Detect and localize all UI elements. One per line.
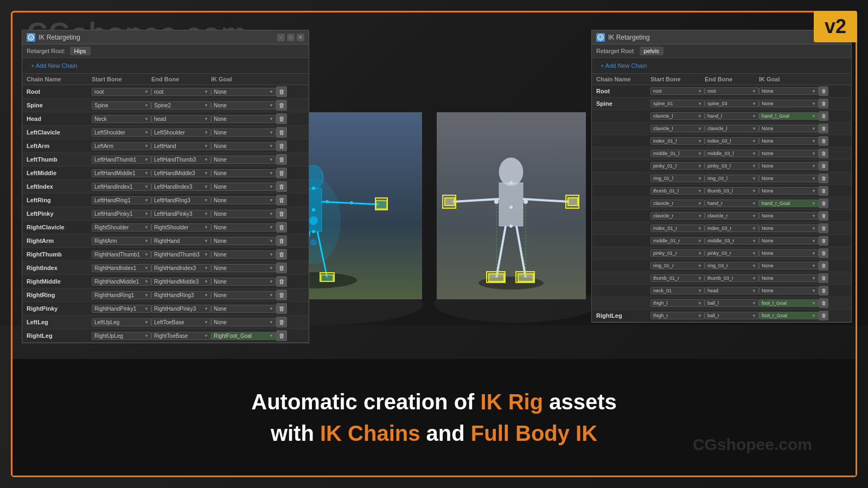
row-goal-dropdown[interactable]: None ▼ [211, 210, 276, 218]
row-delete-btn-r[interactable]: 🗑 [819, 273, 828, 283]
row-delete-btn[interactable]: 🗑 [276, 262, 287, 273]
row-delete-btn-r[interactable]: 🗑 [819, 248, 828, 258]
row-delete-btn[interactable]: 🗑 [276, 235, 287, 246]
row-start-dropdown[interactable]: Spine ▼ [92, 101, 151, 110]
row-start-dropdown[interactable]: RightHandRing1 ▼ [92, 291, 151, 299]
row-goal-dropdown[interactable]: None ▼ [211, 101, 276, 110]
row-goal-dropdown-r[interactable]: None ▼ [759, 287, 819, 294]
row-end-dropdown[interactable]: RightHandRing3 ▼ [151, 291, 211, 299]
row-delete-btn-r[interactable]: 🗑 [819, 161, 828, 171]
row-start-dropdown[interactable]: LeftShoulder ▼ [92, 129, 151, 137]
row-delete-btn-r[interactable]: 🗑 [819, 124, 828, 133]
row-goal-dropdown[interactable]: None ▼ [211, 251, 276, 259]
row-delete-btn-r[interactable]: 🗑 [819, 236, 828, 246]
row-delete-btn-r[interactable]: 🗑 [819, 186, 828, 196]
retarget-root-value-left[interactable]: Hips [70, 47, 91, 55]
row-delete-btn[interactable]: 🗑 [276, 181, 287, 192]
row-start-dropdown-r[interactable]: root ▼ [650, 87, 705, 95]
row-goal-dropdown[interactable]: None ▼ [211, 129, 276, 137]
row-goal-dropdown-r[interactable]: None ▼ [759, 162, 819, 170]
row-delete-btn[interactable]: 🗑 [276, 100, 287, 111]
row-delete-btn-r[interactable]: 🗑 [819, 311, 828, 320]
row-end-dropdown-r[interactable]: hand_l ▼ [705, 112, 759, 120]
row-start-dropdown[interactable]: RightHandPinky1 ▼ [92, 305, 151, 313]
row-start-dropdown-r[interactable]: neck_01 ▼ [650, 287, 705, 294]
row-goal-dropdown[interactable]: None ▼ [211, 88, 276, 96]
row-start-dropdown-r[interactable]: clavicle_l ▼ [650, 125, 705, 132]
add-chain-btn-right[interactable]: + Add New Chain [596, 60, 651, 71]
row-delete-btn[interactable]: 🗑 [276, 330, 287, 341]
row-end-dropdown[interactable]: head ▼ [151, 115, 211, 123]
row-start-dropdown-r[interactable]: clavicle_r ▼ [650, 212, 705, 220]
row-delete-btn[interactable]: 🗑 [276, 168, 287, 178]
row-start-dropdown[interactable]: Neck ▼ [92, 115, 151, 123]
row-goal-dropdown-r[interactable]: hand_l_Goal ▼ [759, 112, 819, 120]
row-start-dropdown-r[interactable]: index_01_r ▼ [650, 224, 705, 232]
row-end-dropdown[interactable]: RightHandIndex3 ▼ [151, 264, 211, 272]
retarget-root-value-right[interactable]: pelvis [640, 47, 663, 55]
row-end-dropdown[interactable]: LeftHandMiddle3 ▼ [151, 169, 211, 177]
row-goal-dropdown[interactable]: None ▼ [211, 305, 276, 313]
row-delete-btn[interactable]: 🗑 [276, 208, 287, 219]
row-start-dropdown[interactable]: LeftHandMiddle1 ▼ [92, 169, 151, 177]
row-end-dropdown[interactable]: LeftToeBase ▼ [151, 318, 211, 326]
row-end-dropdown-r[interactable]: head ▼ [705, 287, 759, 294]
row-end-dropdown-r[interactable]: pinky_03_r ▼ [705, 249, 759, 257]
row-start-dropdown-r[interactable]: thumb_01_l ▼ [650, 187, 705, 195]
row-start-dropdown-r[interactable]: clavicle_l ▼ [650, 112, 705, 120]
row-delete-btn[interactable]: 🗑 [276, 303, 287, 314]
row-end-dropdown-r[interactable]: thumb_03_r ▼ [705, 274, 759, 282]
row-start-dropdown[interactable]: RightUpLeg ▼ [92, 332, 151, 340]
row-goal-dropdown[interactable]: None ▼ [211, 291, 276, 299]
row-goal-dropdown[interactable]: None ▼ [211, 196, 276, 204]
row-start-dropdown[interactable]: root ▼ [92, 88, 151, 96]
row-end-dropdown-r[interactable]: middle_03_l ▼ [705, 150, 759, 157]
row-start-dropdown[interactable]: LeftHandRing1 ▼ [92, 196, 151, 204]
row-goal-dropdown[interactable]: None ▼ [211, 115, 276, 123]
row-delete-btn-r[interactable]: 🗑 [819, 261, 828, 271]
row-goal-dropdown-r[interactable]: None ▼ [759, 212, 819, 220]
row-end-dropdown-r[interactable]: ball_r ▼ [705, 312, 759, 319]
row-goal-dropdown-r[interactable]: None ▼ [759, 224, 819, 232]
row-start-dropdown-r[interactable]: ring_01_l ▼ [650, 175, 705, 182]
row-start-dropdown[interactable]: RightArm ▼ [92, 237, 151, 245]
row-start-dropdown-r[interactable]: pinky_01_l ▼ [650, 162, 705, 170]
row-end-dropdown-r[interactable]: hand_r ▼ [705, 200, 759, 207]
row-start-dropdown[interactable]: LeftHandThumb1 ▼ [92, 156, 151, 164]
row-goal-dropdown-r[interactable]: None ▼ [759, 274, 819, 282]
row-start-dropdown[interactable]: RightHandIndex1 ▼ [92, 264, 151, 272]
row-start-dropdown-r[interactable]: spine_01 ▼ [650, 100, 705, 107]
close-btn-left[interactable]: ✕ [297, 34, 304, 41]
row-goal-dropdown-r[interactable]: foot_l_Goal ▼ [759, 299, 819, 307]
row-goal-dropdown[interactable]: RightFoot_Goal ▼ [211, 332, 276, 340]
row-start-dropdown-r[interactable]: ring_01_r ▼ [650, 262, 705, 269]
row-goal-dropdown[interactable]: None ▼ [211, 237, 276, 245]
row-start-dropdown-r[interactable]: clavicle_r ▼ [650, 200, 705, 207]
row-goal-dropdown-r[interactable]: None ▼ [759, 137, 819, 145]
row-end-dropdown[interactable]: LeftHandPinky3 ▼ [151, 210, 211, 218]
row-delete-btn-r[interactable]: 🗑 [819, 298, 828, 308]
row-goal-dropdown-r[interactable]: None ▼ [759, 187, 819, 195]
row-start-dropdown-r[interactable]: pinky_01_r ▼ [650, 249, 705, 257]
row-end-dropdown[interactable]: RightHandThumb3 ▼ [151, 251, 211, 259]
row-start-dropdown-r[interactable]: index_01_l ▼ [650, 137, 705, 145]
row-start-dropdown-r[interactable]: thumb_01_r ▼ [650, 274, 705, 282]
row-goal-dropdown-r[interactable]: None ▼ [759, 125, 819, 132]
row-goal-dropdown[interactable]: None ▼ [211, 169, 276, 177]
row-end-dropdown[interactable]: LeftHandRing3 ▼ [151, 196, 211, 204]
row-end-dropdown[interactable]: RightHand ▼ [151, 237, 211, 245]
row-goal-dropdown-r[interactable]: None ▼ [759, 249, 819, 257]
row-delete-btn-r[interactable]: 🗑 [819, 111, 828, 121]
row-end-dropdown-r[interactable]: ring_03_l ▼ [705, 175, 759, 182]
row-start-dropdown-r[interactable]: middle_01_l ▼ [650, 150, 705, 157]
row-goal-dropdown-r[interactable]: None ▼ [759, 237, 819, 245]
row-start-dropdown[interactable]: RightHandMiddle1 ▼ [92, 278, 151, 286]
row-goal-dropdown-r[interactable]: None ▼ [759, 175, 819, 182]
row-goal-dropdown-r[interactable]: None ▼ [759, 262, 819, 269]
row-start-dropdown[interactable]: LeftUpLeg ▼ [92, 318, 151, 326]
row-start-dropdown-r[interactable]: thigh_r ▼ [650, 312, 705, 319]
row-delete-btn-r[interactable]: 🗑 [819, 86, 828, 96]
row-start-dropdown-r[interactable]: middle_01_r ▼ [650, 237, 705, 245]
row-delete-btn-r[interactable]: 🗑 [819, 149, 828, 158]
row-delete-btn-r[interactable]: 🗑 [819, 223, 828, 233]
